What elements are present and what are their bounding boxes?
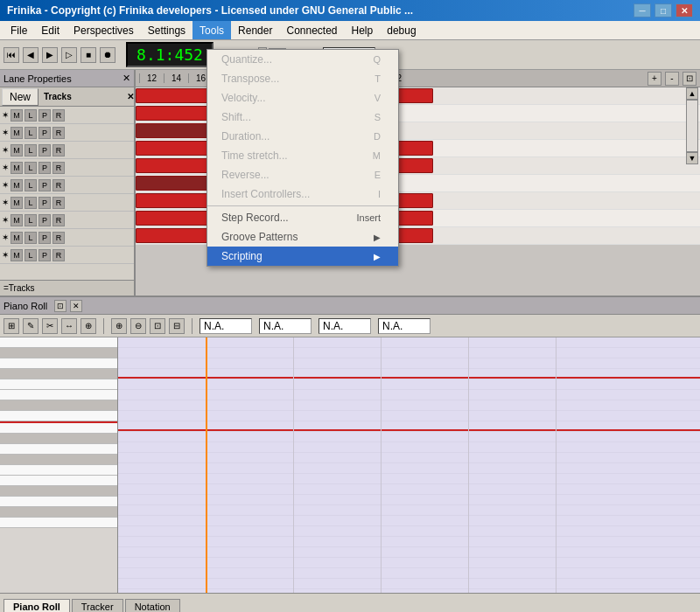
piano-roll-area[interactable] (0, 337, 700, 593)
track-l-button[interactable]: L (24, 109, 37, 122)
menu-render[interactable]: Render (231, 21, 279, 39)
pr-zoom-in[interactable]: ⊕ (111, 318, 127, 334)
track-p-button[interactable]: P (38, 109, 51, 122)
piano-key-black[interactable] (0, 369, 117, 379)
track-p-button[interactable]: P (38, 127, 51, 139)
pr-na-field-2[interactable] (259, 318, 312, 334)
tab-tracker[interactable]: Tracker (72, 599, 123, 612)
scrollbar-thumb[interactable] (686, 100, 698, 152)
track-p-button[interactable]: P (38, 162, 51, 174)
scrollbar-vertical[interactable]: ▲ ▼ (686, 87, 698, 164)
pr-zoom-all[interactable]: ⊟ (169, 318, 185, 334)
scroll-up-button[interactable]: ▲ (686, 87, 698, 100)
menu-file[interactable]: File (4, 21, 34, 39)
piano-key-white[interactable] (0, 476, 117, 486)
pr-zoom-fit[interactable]: ⊡ (150, 318, 165, 334)
track-p-button[interactable]: P (38, 214, 51, 226)
track-r-button[interactable]: R (52, 127, 65, 139)
transport-back-button[interactable]: ◀ (23, 47, 38, 63)
transport-stop-button[interactable]: ■ (80, 47, 96, 63)
track-r-button[interactable]: R (52, 179, 65, 191)
piano-key-white[interactable] (0, 518, 117, 528)
piano-key-white[interactable] (0, 411, 117, 421)
pr-close-icon[interactable]: ✕ (70, 300, 82, 312)
piano-key-white[interactable] (0, 390, 117, 400)
piano-roll-grid[interactable] (118, 337, 700, 593)
menu-connected[interactable]: Connected (279, 21, 344, 39)
track-l-button[interactable]: L (24, 179, 37, 191)
menu-tools[interactable]: Tools (192, 21, 231, 39)
scroll-down-button[interactable]: ▼ (686, 152, 698, 164)
pr-na-field-4[interactable] (378, 318, 430, 334)
lane-props-close-icon[interactable]: ✕ (122, 73, 130, 84)
track-l-button[interactable]: L (24, 249, 37, 261)
track-l-button[interactable]: L (24, 144, 37, 156)
piano-key-black[interactable] (0, 507, 117, 518)
transport-record-button[interactable]: ⏺ (100, 47, 116, 63)
track-r-button[interactable]: R (52, 249, 65, 261)
maximize-button[interactable]: □ (654, 3, 672, 17)
menu-help[interactable]: Help (345, 21, 381, 39)
track-l-button[interactable]: L (24, 214, 37, 226)
piano-key-black[interactable] (0, 400, 117, 411)
pr-tool-3[interactable]: ✂ (42, 318, 58, 334)
transport-play-button[interactable]: ▷ (61, 47, 77, 63)
pr-na-field-3[interactable] (318, 318, 371, 334)
zoom-in-icon[interactable]: + (648, 72, 662, 86)
track-p-button[interactable]: P (38, 144, 51, 156)
menu-edit[interactable]: Edit (34, 21, 66, 39)
piano-key-black[interactable] (0, 348, 117, 358)
new-button[interactable]: New (2, 88, 38, 106)
track-m-button[interactable]: M (10, 197, 23, 209)
menu-perspectives[interactable]: Perspectives (66, 21, 141, 39)
piano-key-white[interactable] (0, 337, 117, 348)
menu-step-record[interactable]: Step Record... Insert (207, 208, 398, 227)
piano-key-black[interactable] (0, 455, 117, 465)
menu-debug[interactable]: debug (380, 21, 423, 39)
pr-tool-5[interactable]: ⊕ (80, 318, 96, 334)
track-m-button[interactable]: M (10, 144, 23, 156)
track-p-button[interactable]: P (38, 249, 51, 261)
menu-scripting[interactable]: Scripting ▶ (207, 247, 398, 266)
piano-key-white[interactable] (0, 423, 117, 434)
track-l-button[interactable]: L (24, 162, 37, 174)
zoom-out-icon[interactable]: - (665, 72, 679, 86)
track-l-button[interactable]: L (24, 197, 37, 209)
pr-zoom-out[interactable]: ⊖ (130, 318, 146, 334)
pr-toolbar-icon[interactable]: ⊡ (54, 300, 66, 312)
piano-key-white[interactable] (0, 497, 117, 507)
track-r-button[interactable]: R (52, 214, 65, 226)
tab-notation[interactable]: Notation (125, 599, 180, 612)
track-r-button[interactable]: R (52, 197, 65, 209)
track-m-button[interactable]: M (10, 109, 23, 122)
track-m-button[interactable]: M (10, 162, 23, 174)
track-m-button[interactable]: M (10, 249, 23, 261)
pr-tool-1[interactable]: ⊞ (4, 318, 19, 334)
tab-piano-roll[interactable]: Piano Roll (4, 599, 70, 612)
track-m-button[interactable]: M (10, 214, 23, 226)
zoom-fit-icon[interactable]: ⊡ (682, 72, 696, 86)
piano-key-white[interactable] (0, 465, 117, 476)
menu-settings[interactable]: Settings (141, 21, 192, 39)
piano-key-white[interactable] (0, 379, 117, 390)
transport-forward-button[interactable]: ▶ (42, 47, 58, 63)
track-l-button[interactable]: L (24, 232, 37, 244)
track-l-button[interactable]: L (24, 127, 37, 139)
piano-key-black[interactable] (0, 486, 117, 497)
tracks-close-icon[interactable]: ✕ (127, 92, 134, 101)
track-m-button[interactable]: M (10, 232, 23, 244)
piano-key-white[interactable] (0, 444, 117, 455)
track-r-button[interactable]: R (52, 232, 65, 244)
track-m-button[interactable]: M (10, 179, 23, 191)
track-r-button[interactable]: R (52, 109, 65, 122)
track-m-button[interactable]: M (10, 127, 23, 139)
piano-key-white[interactable] (0, 358, 117, 369)
pr-tool-2[interactable]: ✎ (23, 318, 38, 334)
menu-groove-patterns[interactable]: Groove Patterns ▶ (207, 227, 398, 247)
track-r-button[interactable]: R (52, 162, 65, 174)
pr-na-field-1[interactable] (200, 318, 252, 334)
minimize-button[interactable]: ─ (634, 3, 651, 17)
track-p-button[interactable]: P (38, 232, 51, 244)
pr-tool-4[interactable]: ↔ (61, 318, 77, 334)
piano-key-black[interactable] (0, 434, 117, 444)
